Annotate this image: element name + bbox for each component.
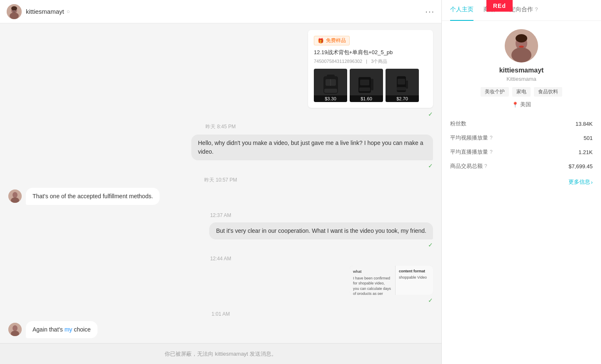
svg-rect-14 <box>359 87 370 91</box>
stat-gmv-value: $7,699.45 <box>568 163 593 170</box>
blocked-notice: 你已被屏蔽，无法向 kittiesmamayt 发送消息。 <box>0 343 441 364</box>
chevron-right-icon: › <box>591 179 593 185</box>
location-icon: 📍 <box>512 102 518 108</box>
svg-point-28 <box>516 34 527 42</box>
profile-location: 📍 美国 <box>512 101 531 108</box>
profile-tags: 美妆个护 家电 食品饮料 <box>481 87 562 97</box>
profile-tabs: 个人主页 商品 ? 定向合作 ? <box>442 0 601 21</box>
stat-avg-live-label: 平均直播播放量 ? <box>450 148 493 156</box>
product-image-3: $2.70 <box>386 69 419 102</box>
stat-gmv-label: 商品交易总额 ? <box>450 162 487 170</box>
incoming-msg-1: That's one of the accepted fulfillment m… <box>26 188 160 205</box>
stat-avg-video-label: 平均视频播放量 ? <box>450 134 493 142</box>
product-title: 12.19战术背包+单肩包+02_5_pb <box>314 49 427 56</box>
chat-header: kittiesmamayt ○ ··· <box>0 0 441 23</box>
stat-avg-live-value: 1.21K <box>578 149 593 155</box>
header-avatar <box>7 4 22 19</box>
tab-collab[interactable]: 定向合作 ? <box>510 0 538 21</box>
check-icon-3: ✓ <box>428 242 433 248</box>
svg-rect-17 <box>406 80 408 89</box>
tag-food: 食品饮料 <box>534 87 562 97</box>
red-brand: REd <box>486 0 513 12</box>
outgoing-msg-1-wrap: Hello, why didn't you make a video, but … <box>8 135 433 169</box>
incoming-msg-2: Again that's my choice <box>26 321 98 338</box>
svg-point-5 <box>11 6 17 10</box>
tag-appliance: 家电 <box>512 87 531 97</box>
verify-icon: ○ <box>67 8 70 15</box>
svg-rect-16 <box>398 79 405 85</box>
svg-point-23 <box>13 325 18 331</box>
stat-fans-label: 粉丝数 <box>450 120 466 127</box>
svg-rect-13 <box>371 79 373 90</box>
image-left: what I have been confirmed for shopable … <box>350 266 396 295</box>
timestamp-3: 12:37 AM <box>8 212 433 218</box>
stat-fans-value: 13.84K <box>576 121 593 127</box>
more-button[interactable]: ··· <box>425 7 435 16</box>
outgoing-msg-1: Hello, why didn't you make a video, but … <box>191 135 433 160</box>
tag-beauty: 美妆个护 <box>481 87 509 97</box>
check-icon-4: ✓ <box>428 297 433 304</box>
profile-avatar-section: kittiesmamayt Kittiesmama 美妆个护 家电 食品饮料 📍… <box>450 29 593 108</box>
incoming-avatar-2 <box>8 323 22 336</box>
help-icon-gmv[interactable]: ? <box>484 163 487 169</box>
image-msg-wrap: what I have been confirmed for shopable … <box>8 266 433 304</box>
incoming-msg-1-wrap: That's one of the accepted fulfillment m… <box>8 188 433 205</box>
tab-collab-help: ? <box>535 6 538 12</box>
stat-gmv: 商品交易总额 ? $7,699.45 <box>450 159 593 173</box>
check-icon-1: ✓ <box>428 111 433 117</box>
product-image-2: $1.60 <box>350 69 383 102</box>
incoming-msg-2-wrap: Again that's my choice <box>8 321 433 338</box>
price-3: $2.70 <box>386 95 419 102</box>
price-1: $3.30 <box>314 95 347 102</box>
svg-point-20 <box>13 192 18 198</box>
profile-stats: 粉丝数 13.84K 平均视频播放量 ? 501 平均直播播放量 ? 1.21K <box>450 117 593 173</box>
more-info-link[interactable]: 更多信息 › <box>568 178 593 186</box>
product-badge: 🎁 免费样品 <box>314 36 350 45</box>
header-username: kittiesmamayt <box>26 8 64 15</box>
profile-handle: Kittiesmama <box>506 76 536 82</box>
price-2: $1.60 <box>350 95 383 102</box>
product-id: 7450075843112896302 | 3个商品 <box>314 58 427 65</box>
profile-avatar <box>505 29 538 62</box>
more-info-row: 更多信息 › <box>450 178 593 186</box>
product-images: $3.30 $1.60 <box>314 69 427 102</box>
stat-fans: 粉丝数 13.84K <box>450 117 593 131</box>
svg-point-2 <box>10 12 19 19</box>
profile-panel: REd 个人主页 商品 ? 定向合作 ? <box>442 0 601 364</box>
timestamp-2: 昨天 10:57 PM <box>8 177 433 184</box>
stat-avg-video-value: 501 <box>583 135 593 141</box>
check-icon-2: ✓ <box>428 162 433 169</box>
svg-rect-9 <box>324 89 337 93</box>
outgoing-msg-2: But it's very clear in our cooperation. … <box>209 222 433 239</box>
stat-avg-live: 平均直播播放量 ? 1.21K <box>450 145 593 159</box>
image-msg-box: what I have been confirmed for shopable … <box>350 266 433 295</box>
help-icon-live[interactable]: ? <box>490 149 493 155</box>
incoming-avatar-1 <box>8 189 22 203</box>
svg-rect-12 <box>360 80 369 85</box>
product-image-1: $3.30 <box>314 69 347 102</box>
help-icon-video[interactable]: ? <box>490 135 493 141</box>
profile-name: kittiesmamayt <box>499 67 544 74</box>
svg-point-27 <box>511 47 531 62</box>
svg-rect-18 <box>397 87 406 90</box>
svg-rect-8 <box>327 75 335 77</box>
image-right: content format shoppable Video <box>396 266 433 295</box>
chat-messages: 🎁 免费样品 12.19战术背包+单肩包+02_5_pb 74500758431… <box>0 23 441 343</box>
stat-avg-video: 平均视频播放量 ? 501 <box>450 131 593 145</box>
timestamp-5: 1:01 AM <box>8 311 433 317</box>
timestamp-1: 昨天 8:45 PM <box>8 123 433 130</box>
profile-content: kittiesmamayt Kittiesmama 美妆个护 家电 食品饮料 📍… <box>442 21 601 364</box>
chat-panel: kittiesmamayt ○ ··· 🎁 免费样品 12.19战术背包+单肩包… <box>0 0 442 364</box>
timestamp-4: 12:44 AM <box>8 256 433 262</box>
outgoing-msg-2-wrap: But it's very clear in our cooperation. … <box>8 222 433 248</box>
product-card-message: 🎁 免费样品 12.19战术背包+单肩包+02_5_pb 74500758431… <box>308 30 433 108</box>
tab-personal[interactable]: 个人主页 <box>450 0 473 21</box>
svg-point-29 <box>519 46 524 48</box>
